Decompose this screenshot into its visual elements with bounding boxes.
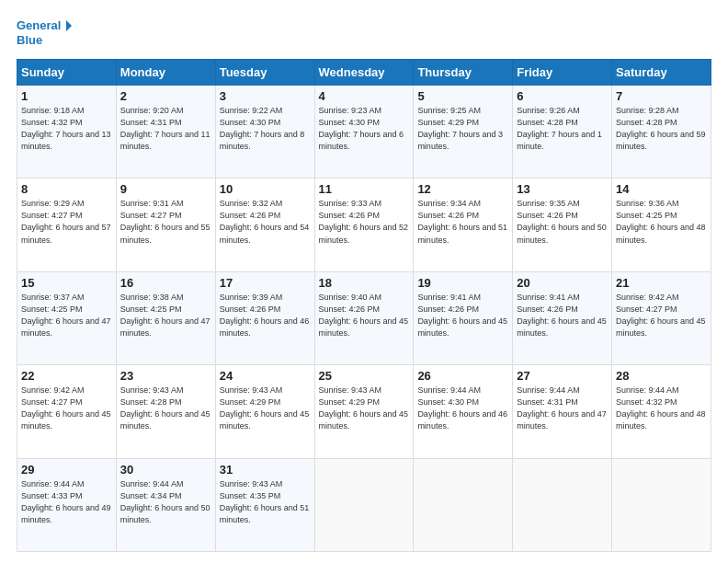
calendar-table: SundayMondayTuesdayWednesdayThursdayFrid… [17,59,711,552]
cell-info: Sunrise: 9:35 AMSunset: 4:26 PMDaylight:… [517,199,607,244]
day-number: 17 [220,276,311,290]
day-number: 22 [21,369,112,383]
day-number: 26 [417,369,508,383]
logo-svg: General Blue [17,17,72,50]
header: General Blue [17,17,711,50]
cell-info: Sunrise: 9:41 AMSunset: 4:26 PMDaylight:… [417,293,507,338]
cell-info: Sunrise: 9:20 AMSunset: 4:31 PMDaylight:… [120,106,210,151]
cell-info: Sunrise: 9:32 AMSunset: 4:26 PMDaylight:… [220,199,310,244]
cell-info: Sunrise: 9:43 AMSunset: 4:29 PMDaylight:… [220,385,310,431]
day-number: 7 [616,89,707,103]
calendar-cell: 24 Sunrise: 9:43 AMSunset: 4:29 PMDaylig… [215,365,314,458]
calendar-cell: 13 Sunrise: 9:35 AMSunset: 4:26 PMDaylig… [513,178,612,271]
cell-info: Sunrise: 9:31 AMSunset: 4:27 PMDaylight:… [120,199,210,244]
cell-info: Sunrise: 9:44 AMSunset: 4:32 PMDaylight:… [616,385,706,431]
calendar-cell: 18 Sunrise: 9:40 AMSunset: 4:26 PMDaylig… [314,271,414,364]
calendar-cell [612,458,711,551]
cell-info: Sunrise: 9:44 AMSunset: 4:30 PMDaylight:… [417,385,507,431]
day-number: 31 [220,463,311,477]
cell-info: Sunrise: 9:34 AMSunset: 4:26 PMDaylight:… [417,199,507,244]
day-number: 13 [517,182,608,196]
cell-info: Sunrise: 9:42 AMSunset: 4:27 PMDaylight:… [21,385,111,431]
day-number: 5 [417,89,508,103]
cell-info: Sunrise: 9:43 AMSunset: 4:28 PMDaylight:… [120,385,210,431]
calendar-cell: 20 Sunrise: 9:41 AMSunset: 4:26 PMDaylig… [513,271,612,364]
calendar-cell: 29 Sunrise: 9:44 AMSunset: 4:33 PMDaylig… [17,458,117,551]
calendar-cell: 27 Sunrise: 9:44 AMSunset: 4:31 PMDaylig… [513,365,612,458]
calendar-cell: 16 Sunrise: 9:38 AMSunset: 4:25 PMDaylig… [116,271,215,364]
calendar-cell: 10 Sunrise: 9:32 AMSunset: 4:26 PMDaylig… [215,178,314,271]
cell-info: Sunrise: 9:43 AMSunset: 4:29 PMDaylight:… [319,385,409,431]
cell-info: Sunrise: 9:33 AMSunset: 4:26 PMDaylight:… [319,199,409,244]
day-number: 1 [21,89,112,103]
day-number: 3 [220,89,311,103]
day-number: 2 [120,89,211,103]
day-header-saturday: Saturday [612,60,711,86]
page: General Blue SundayMondayTuesdayWednesda… [0,0,728,563]
day-header-thursday: Thursday [414,60,513,86]
day-number: 16 [120,276,211,290]
calendar-cell: 9 Sunrise: 9:31 AMSunset: 4:27 PMDayligh… [116,178,215,271]
day-number: 20 [517,276,608,290]
cell-info: Sunrise: 9:40 AMSunset: 4:26 PMDaylight:… [319,293,409,338]
cell-info: Sunrise: 9:38 AMSunset: 4:25 PMDaylight:… [120,293,210,338]
calendar-cell: 5 Sunrise: 9:25 AMSunset: 4:29 PMDayligh… [414,86,513,178]
day-number: 21 [616,276,707,290]
day-number: 30 [120,463,211,477]
calendar-cell: 25 Sunrise: 9:43 AMSunset: 4:29 PMDaylig… [314,365,414,458]
day-header-friday: Friday [513,60,612,86]
calendar-week-3: 15 Sunrise: 9:37 AMSunset: 4:25 PMDaylig… [17,271,711,364]
calendar-cell [513,458,612,551]
calendar-week-2: 8 Sunrise: 9:29 AMSunset: 4:27 PMDayligh… [17,178,711,271]
cell-info: Sunrise: 9:43 AMSunset: 4:35 PMDaylight:… [220,479,310,524]
calendar-cell [314,458,414,551]
calendar-cell: 4 Sunrise: 9:23 AMSunset: 4:30 PMDayligh… [314,86,414,178]
calendar-cell: 12 Sunrise: 9:34 AMSunset: 4:26 PMDaylig… [414,178,513,271]
calendar-cell: 6 Sunrise: 9:26 AMSunset: 4:28 PMDayligh… [513,86,612,178]
calendar-cell: 19 Sunrise: 9:41 AMSunset: 4:26 PMDaylig… [414,271,513,364]
calendar-cell: 15 Sunrise: 9:37 AMSunset: 4:25 PMDaylig… [17,271,117,364]
day-number: 24 [220,369,311,383]
day-number: 14 [616,182,707,196]
calendar-week-1: 1 Sunrise: 9:18 AMSunset: 4:32 PMDayligh… [17,86,711,178]
calendar-cell: 31 Sunrise: 9:43 AMSunset: 4:35 PMDaylig… [215,458,314,551]
day-number: 6 [517,89,608,103]
cell-info: Sunrise: 9:25 AMSunset: 4:29 PMDaylight:… [417,106,503,151]
calendar-cell: 23 Sunrise: 9:43 AMSunset: 4:28 PMDaylig… [116,365,215,458]
calendar-cell: 17 Sunrise: 9:39 AMSunset: 4:26 PMDaylig… [215,271,314,364]
day-header-tuesday: Tuesday [215,60,314,86]
day-header-monday: Monday [116,60,215,86]
calendar-cell: 8 Sunrise: 9:29 AMSunset: 4:27 PMDayligh… [17,178,117,271]
cell-info: Sunrise: 9:41 AMSunset: 4:26 PMDaylight:… [517,293,607,338]
day-number: 10 [220,182,311,196]
cell-info: Sunrise: 9:37 AMSunset: 4:25 PMDaylight:… [21,293,111,338]
cell-info: Sunrise: 9:39 AMSunset: 4:26 PMDaylight:… [220,293,310,338]
calendar-cell: 22 Sunrise: 9:42 AMSunset: 4:27 PMDaylig… [17,365,117,458]
day-number: 9 [120,182,211,196]
day-number: 11 [319,182,410,196]
cell-info: Sunrise: 9:22 AMSunset: 4:30 PMDaylight:… [220,106,305,151]
day-number: 23 [120,369,211,383]
calendar-cell: 2 Sunrise: 9:20 AMSunset: 4:31 PMDayligh… [116,86,215,178]
cell-info: Sunrise: 9:42 AMSunset: 4:27 PMDaylight:… [616,293,706,338]
day-header-wednesday: Wednesday [314,60,414,86]
cell-info: Sunrise: 9:23 AMSunset: 4:30 PMDaylight:… [319,106,404,151]
cell-info: Sunrise: 9:44 AMSunset: 4:31 PMDaylight:… [517,385,607,431]
cell-info: Sunrise: 9:44 AMSunset: 4:33 PMDaylight:… [21,479,111,524]
day-number: 4 [319,89,410,103]
calendar-cell: 21 Sunrise: 9:42 AMSunset: 4:27 PMDaylig… [612,271,711,364]
svg-marker-2 [66,20,72,31]
svg-text:General: General [17,18,61,32]
cell-info: Sunrise: 9:28 AMSunset: 4:28 PMDaylight:… [616,106,706,151]
day-number: 29 [21,463,112,477]
calendar-cell: 28 Sunrise: 9:44 AMSunset: 4:32 PMDaylig… [612,365,711,458]
day-number: 25 [319,369,410,383]
cell-info: Sunrise: 9:26 AMSunset: 4:28 PMDaylight:… [517,106,602,151]
cell-info: Sunrise: 9:29 AMSunset: 4:27 PMDaylight:… [21,199,111,244]
cell-info: Sunrise: 9:18 AMSunset: 4:32 PMDaylight:… [21,106,111,151]
day-header-sunday: Sunday [17,60,117,86]
cell-info: Sunrise: 9:44 AMSunset: 4:34 PMDaylight:… [120,479,210,524]
day-number: 8 [21,182,112,196]
logo: General Blue [17,17,72,50]
day-number: 15 [21,276,112,290]
